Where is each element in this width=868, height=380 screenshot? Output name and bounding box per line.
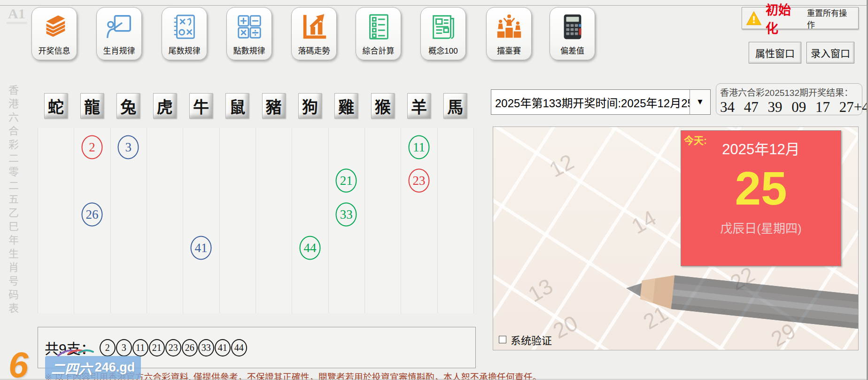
toolbar-button-deviation[interactable]: 偏差值 [550, 7, 595, 60]
podium-icon [495, 12, 524, 41]
newspaper-icon [429, 12, 458, 41]
toolbar-button-arena[interactable]: 擂臺賽 [486, 7, 532, 60]
zodiac-button-10[interactable]: 猴 [371, 93, 395, 119]
summary-circled-number: 33 [198, 339, 214, 356]
toolbar-label: 尾数规律 [169, 44, 201, 56]
toolbar-button-tail-pattern[interactable]: 尾数规律 [162, 7, 207, 60]
number-mark-2: 2 [82, 135, 103, 159]
number-mark-26: 26 [82, 203, 103, 227]
toolbar-label: 偏差值 [560, 44, 584, 56]
summary-circled-number: 11 [132, 339, 148, 356]
calendar-faded-number: 12 [545, 149, 578, 182]
calendar-day-card: 今天: 2025年12月 25 戊辰日(星期四) [681, 130, 841, 266]
calendar-day-info: 戊辰日(星期四) [681, 219, 841, 236]
period-dropdown-value: 2025年第133期开奖时间:2025年12月25日(星期四) [491, 90, 690, 114]
number-mark-44: 44 [300, 236, 321, 260]
calendar-panel: 12141322212029 今天: 2025年12月 25 戊辰日(星期四) [493, 127, 859, 350]
summary-circled-number: 26 [182, 339, 198, 356]
toolbar-label: 概念100 [428, 44, 457, 56]
result-numbers: 34 47 39 09 17 27+46 [720, 99, 858, 116]
zodiac-button-12[interactable]: 馬 [443, 93, 467, 119]
toolbar-button-zodiac-pattern[interactable]: 生肖规律 [96, 7, 142, 60]
number-mark-21: 21 [336, 169, 357, 193]
zodiac-button-1[interactable]: 蛇 [44, 93, 68, 119]
today-label: 今天: [684, 133, 707, 147]
checklist-icon [364, 12, 393, 41]
bottom-divider [0, 379, 867, 380]
summary-circled-number: 23 [165, 339, 181, 356]
grid-column-line [292, 128, 292, 313]
properties-window-button[interactable]: 属性窗口 [749, 42, 801, 63]
toolbar-button-lottery-info[interactable]: 开奖信息 [31, 7, 77, 60]
summary-circled-number: 3 [116, 339, 132, 356]
app-window: A1 开奖信息 生肖规律 [0, 0, 868, 380]
grid-column-line [328, 128, 329, 313]
zodiac-button-11[interactable]: 羊 [407, 93, 431, 119]
zodiac-button-9[interactable]: 雞 [334, 93, 358, 119]
grid-column-line [183, 128, 183, 313]
top-divider [0, 5, 867, 6]
number-mark-23: 23 [409, 169, 430, 193]
corner-label: A1 [7, 6, 27, 24]
trend-chart-icon [300, 12, 329, 41]
toolbar-label: 擂臺賽 [497, 44, 521, 56]
number-mark-33: 33 [336, 203, 357, 227]
zodiac-button-7[interactable]: 豬 [262, 93, 286, 119]
entry-window-button[interactable]: 录入窗口 [806, 42, 854, 63]
zodiac-button-2[interactable]: 龍 [80, 93, 104, 119]
toolbar-button-concept100[interactable]: 概念100 [420, 7, 466, 60]
toolbar-label: 點數規律 [233, 44, 265, 56]
grid-column-line [401, 128, 401, 313]
grid-column-line [256, 128, 256, 313]
initialize-button[interactable]: 初始化 重置所有操作 [742, 7, 859, 29]
toolbar-label: 綜合計算 [363, 44, 395, 56]
summary-circled-number: 2 [100, 339, 116, 356]
chevron-down-icon[interactable]: ▼ [690, 90, 710, 114]
strategy-icon [170, 12, 199, 41]
grid-column-line [147, 128, 147, 313]
math-ops-icon [235, 12, 264, 41]
toolbar-button-composite-calc[interactable]: 綜合計算 [356, 7, 401, 60]
watermark-6-logo: 6 [8, 347, 28, 380]
toolbar-label: 生肖规律 [103, 44, 135, 56]
number-grid: 2311212326334144 [38, 128, 473, 313]
pencil-icon [625, 268, 859, 340]
number-mark-41: 41 [191, 236, 212, 260]
initialize-sublabel: 重置所有操作 [807, 7, 854, 30]
zodiac-button-6[interactable]: 鼠 [225, 93, 249, 119]
toolbar-button-point-pattern[interactable]: 點數規律 [226, 7, 272, 60]
toolbar-label: 开奖信息 [39, 44, 70, 56]
watermark-swirl-icon [55, 346, 98, 360]
grid-column-line [110, 128, 111, 313]
grid-column-line [437, 128, 438, 313]
zodiac-button-5[interactable]: 牛 [189, 93, 213, 119]
calendar-faded-number: 20 [549, 310, 582, 344]
summary-circled-number: 21 [149, 339, 165, 356]
grid-column-line [74, 128, 74, 313]
grid-column-line [473, 128, 474, 313]
entry-window-label: 录入窗口 [811, 46, 850, 60]
summary-circled-number: 41 [215, 339, 231, 356]
number-mark-3: 3 [118, 135, 139, 159]
zodiac-button-3[interactable]: 兔 [116, 93, 140, 119]
grid-column-line [219, 128, 220, 313]
warning-icon [746, 11, 762, 26]
system-verify-checkbox[interactable] [499, 336, 506, 343]
watermark-cn-text: 二四六 [51, 358, 92, 378]
calendar-faded-number: 13 [524, 273, 557, 307]
period-dropdown[interactable]: 2025年第133期开奖时间:2025年12月25日(星期四) ▼ [491, 89, 711, 115]
books-icon [40, 12, 69, 41]
summary-numbers: 2311212326334144 [100, 339, 248, 356]
summary-circled-number: 44 [231, 339, 247, 356]
result-title: 香港六合彩2025132期开奖结果： [720, 86, 858, 98]
zodiac-button-4[interactable]: 虎 [153, 93, 177, 119]
result-box: 香港六合彩2025132期开奖结果： 34 47 39 09 17 27+46 [716, 83, 862, 115]
grid-column-line [38, 128, 38, 313]
grid-column-line [364, 128, 365, 313]
system-verify-row[interactable]: 系统验证 [499, 332, 552, 347]
zodiac-button-8[interactable]: 狗 [298, 93, 322, 119]
toolbar-button-trend[interactable]: 落碼走勢 [291, 7, 337, 60]
presentation-icon [105, 12, 134, 41]
number-mark-11: 11 [409, 135, 430, 159]
system-verify-label: 系统验证 [511, 332, 552, 347]
